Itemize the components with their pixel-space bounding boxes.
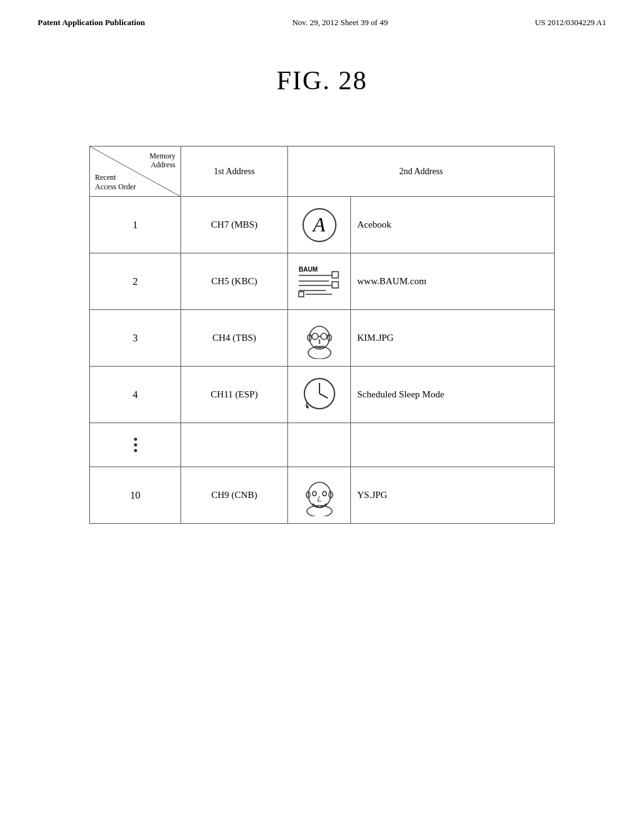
- table-row: 10 CH9 (CNB): [90, 467, 555, 524]
- kim-icon: [301, 320, 338, 357]
- row4-icon: [288, 367, 351, 423]
- row3-order: 3: [90, 310, 181, 367]
- header-right: US 2012/0304229 A1: [535, 18, 606, 28]
- row2-first-address: CH5 (KBC): [181, 253, 288, 310]
- a-circle-icon: A: [303, 208, 336, 242]
- figure-title: FIG. 28: [0, 65, 644, 96]
- dots-cell-empty2: [288, 423, 351, 467]
- row10-order: 10: [90, 467, 181, 524]
- svg-rect-6: [332, 282, 338, 288]
- dots-row: [90, 423, 555, 467]
- row1-order: 1: [90, 197, 181, 253]
- svg-line-21: [319, 394, 328, 398]
- row10-second-label: YS.JPG: [351, 467, 555, 524]
- dots-cell: [90, 423, 181, 467]
- main-table-container: MemoryAddress RecentAccess Order 1st Add…: [89, 146, 555, 524]
- corner-header-cell: MemoryAddress RecentAccess Order: [90, 147, 181, 197]
- dots-indicator: [90, 423, 180, 467]
- col2-header: 2nd Address: [288, 147, 555, 197]
- clock-icon: [291, 375, 348, 414]
- svg-rect-3: [332, 272, 338, 278]
- table-row: 4 CH11 (ESP) Scheduled Sleep Mode: [90, 367, 555, 423]
- data-table: MemoryAddress RecentAccess Order 1st Add…: [89, 146, 555, 524]
- row3-icon: [288, 310, 351, 367]
- svg-point-25: [313, 491, 316, 495]
- table-row: 1 CH7 (MBS) A Acebook: [90, 197, 555, 253]
- svg-point-24: [308, 482, 331, 507]
- row4-second-label: Scheduled Sleep Mode: [351, 367, 555, 423]
- row2-icon: BAUM: [288, 253, 351, 310]
- table-row: 3 CH4 (TBS): [90, 310, 555, 367]
- face-icon: [301, 477, 338, 514]
- row4-first-address: CH11 (ESP): [181, 367, 288, 423]
- svg-point-12: [312, 333, 318, 340]
- row1-second-label: Acebook: [351, 197, 555, 253]
- svg-point-26: [323, 491, 326, 495]
- row10-icon: [288, 467, 351, 524]
- table-header-row: MemoryAddress RecentAccess Order 1st Add…: [90, 147, 555, 197]
- dots-cell-empty1: [181, 423, 288, 467]
- row1-first-address: CH7 (MBS): [181, 197, 288, 253]
- svg-text:BAUM: BAUM: [299, 266, 318, 273]
- row4-order: 4: [90, 367, 181, 423]
- header-center: Nov. 29, 2012 Sheet 39 of 49: [292, 18, 387, 28]
- dots-cell-empty3: [351, 423, 555, 467]
- svg-point-10: [308, 346, 331, 359]
- table-row: 2 CH5 (KBC) BAUM: [90, 253, 555, 310]
- baum-icon: BAUM: [297, 264, 341, 299]
- corner-text-top: MemoryAddress: [150, 152, 175, 170]
- page-header: Patent Application Publication Nov. 29, …: [0, 0, 644, 28]
- row3-first-address: CH4 (TBS): [181, 310, 288, 367]
- corner-text-bottom: RecentAccess Order: [95, 173, 136, 191]
- row2-second-label: www.BAUM.com: [351, 253, 555, 310]
- row3-second-label: KIM.JPG: [351, 310, 555, 367]
- svg-point-13: [321, 333, 327, 340]
- col1-header: 1st Address: [181, 147, 288, 197]
- svg-rect-8: [299, 292, 304, 297]
- row2-order: 2: [90, 253, 181, 310]
- row10-first-address: CH9 (CNB): [181, 467, 288, 524]
- header-left: Patent Application Publication: [38, 18, 145, 28]
- row1-icon: A: [288, 197, 351, 253]
